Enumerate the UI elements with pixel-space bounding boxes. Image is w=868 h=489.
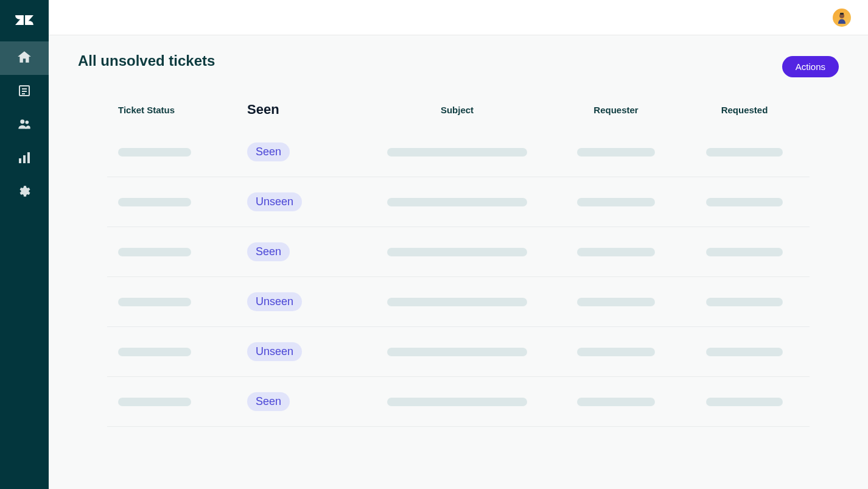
requested-placeholder [706, 398, 783, 406]
home-icon [16, 49, 32, 68]
column-header-seen[interactable]: Seen [247, 102, 279, 118]
requester-placeholder [577, 298, 655, 306]
subject-placeholder [387, 248, 527, 256]
column-header-subject[interactable]: Subject [363, 105, 551, 115]
requester-placeholder [577, 348, 655, 356]
table-row[interactable]: Seen [107, 227, 810, 277]
subject-placeholder [387, 148, 527, 157]
status-placeholder [118, 298, 191, 306]
actions-button[interactable]: Actions [782, 56, 839, 77]
seen-badge: Unseen [247, 292, 302, 311]
requester-placeholder [577, 248, 655, 256]
column-header-requester[interactable]: Requester [551, 105, 681, 115]
sidebar-item-admin[interactable] [0, 175, 49, 209]
status-placeholder [118, 198, 191, 206]
status-placeholder [118, 248, 191, 256]
page-title: All unsolved tickets [78, 52, 215, 69]
requested-placeholder [706, 248, 783, 256]
sidebar-item-customers[interactable] [0, 108, 49, 142]
table-header-row: Ticket Status Seen Subject Requester Req… [107, 102, 810, 127]
table-row[interactable]: Unseen [107, 277, 810, 327]
column-header-requested[interactable]: Requested [681, 105, 808, 115]
requested-placeholder [706, 348, 783, 356]
svg-rect-8 [27, 152, 30, 163]
table-row[interactable]: Seen [107, 377, 810, 427]
svg-rect-10 [840, 13, 844, 15]
sidebar-item-reporting[interactable] [0, 142, 49, 175]
svg-point-4 [20, 119, 24, 124]
table-row[interactable]: Seen [107, 127, 810, 177]
seen-badge: Unseen [247, 192, 302, 211]
users-icon [16, 116, 32, 135]
svg-rect-6 [19, 158, 21, 163]
sidebar-item-views[interactable] [0, 75, 49, 108]
topbar [49, 0, 868, 35]
list-icon [17, 83, 32, 100]
requested-placeholder [706, 148, 783, 157]
zendesk-logo-icon [15, 11, 33, 29]
svg-point-5 [26, 120, 29, 124]
sidebar [0, 0, 49, 489]
user-avatar[interactable] [833, 9, 851, 27]
seen-badge: Seen [247, 392, 290, 411]
status-placeholder [118, 398, 191, 406]
column-header-status[interactable]: Ticket Status [118, 105, 175, 115]
requested-placeholder [706, 298, 783, 306]
seen-badge: Unseen [247, 342, 302, 361]
requester-placeholder [577, 198, 655, 206]
svg-rect-7 [23, 155, 26, 163]
requested-placeholder [706, 198, 783, 206]
status-placeholder [118, 348, 191, 356]
seen-badge: Seen [247, 142, 290, 161]
requester-placeholder [577, 148, 655, 157]
seen-badge: Seen [247, 242, 290, 261]
status-placeholder [118, 148, 191, 157]
tickets-table: Ticket Status Seen Subject Requester Req… [78, 102, 839, 427]
sidebar-item-home[interactable] [0, 41, 49, 75]
gear-icon [17, 184, 32, 201]
table-row[interactable]: Unseen [107, 327, 810, 377]
subject-placeholder [387, 348, 527, 356]
requester-placeholder [577, 398, 655, 406]
bar-chart-icon [17, 150, 32, 167]
subject-placeholder [387, 298, 527, 306]
subject-placeholder [387, 398, 527, 406]
subject-placeholder [387, 198, 527, 206]
table-row[interactable]: Unseen [107, 177, 810, 227]
